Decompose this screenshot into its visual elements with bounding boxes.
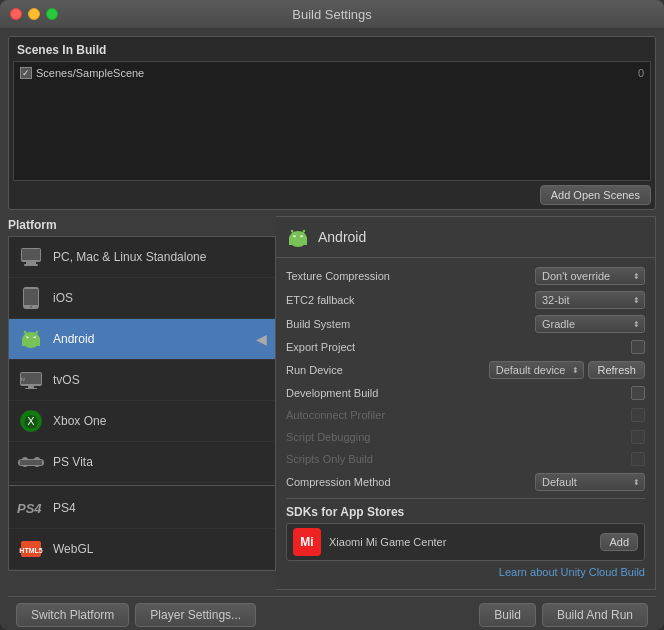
maximize-button[interactable]: [46, 8, 58, 20]
bottom-section: Platform PC, Mac & Linux Standalone: [8, 216, 656, 590]
platform-item-ps4[interactable]: PS4 PS4: [9, 488, 275, 529]
scripts-only-build-label: Scripts Only Build: [286, 453, 631, 465]
platform-item-psvita[interactable]: PS Vita: [9, 442, 275, 483]
ios-icon: [17, 284, 45, 312]
platform-item-android[interactable]: Android ◀: [9, 319, 275, 360]
switch-platform-button[interactable]: Switch Platform: [16, 603, 129, 627]
run-device-dropdown[interactable]: Default device ⬍: [489, 361, 585, 379]
psvita-icon: [17, 448, 45, 476]
svg-text:HTML5: HTML5: [19, 547, 42, 554]
platform-list-wrapper: PC, Mac & Linux Standalone iOS: [8, 236, 276, 590]
autoconnect-profiler-checkbox: [631, 408, 645, 422]
platform-divider: [9, 485, 275, 486]
svg-text:X: X: [27, 415, 35, 427]
compression-method-label: Compression Method: [286, 476, 535, 488]
svg-point-6: [30, 306, 32, 308]
export-project-label: Export Project: [286, 341, 631, 353]
platform-item-xbox-label: Xbox One: [53, 414, 267, 428]
development-build-label: Development Build: [286, 387, 631, 399]
add-open-scenes-button[interactable]: Add Open Scenes: [540, 185, 651, 205]
run-device-label: Run Device: [286, 364, 489, 376]
etc2-fallback-row: ETC2 fallback 32-bit ⬍: [286, 288, 645, 312]
platform-item-ios[interactable]: iOS: [9, 278, 275, 319]
texture-compression-dropdown-wrapper: Don't override ⬍: [535, 267, 645, 285]
build-system-dropdown[interactable]: Gradle ⬍: [535, 315, 645, 333]
close-button[interactable]: [10, 8, 22, 20]
cloud-build-link[interactable]: Learn about Unity Cloud Build: [499, 562, 645, 582]
platform-label: Platform: [8, 216, 276, 236]
platform-item-tvos[interactable]: tv tvOS: [9, 360, 275, 401]
etc2-fallback-dropdown[interactable]: 32-bit ⬍: [535, 291, 645, 309]
build-settings-window: Build Settings Scenes In Build ✓ Scenes/…: [0, 0, 664, 630]
android-platform-icon: [286, 225, 310, 249]
platform-list: PC, Mac & Linux Standalone iOS: [8, 236, 276, 571]
svg-point-32: [291, 230, 293, 232]
etc2-fallback-label: ETC2 fallback: [286, 294, 535, 306]
export-project-checkbox[interactable]: [631, 340, 645, 354]
scene-number: 0: [638, 67, 644, 79]
svg-rect-29: [289, 237, 307, 245]
dropdown-arrow-5: ⬍: [633, 478, 640, 487]
build-system-label: Build System: [286, 318, 535, 330]
build-system-row: Build System Gradle ⬍: [286, 312, 645, 336]
sdk-add-button[interactable]: Add: [600, 533, 638, 551]
autoconnect-profiler-control: [631, 408, 645, 422]
scripts-only-build-row: Scripts Only Build: [286, 448, 645, 470]
export-project-row: Export Project: [286, 336, 645, 358]
minimize-button[interactable]: [28, 8, 40, 20]
compression-method-control: Default ⬍: [535, 473, 645, 491]
refresh-button[interactable]: Refresh: [588, 361, 645, 379]
svg-text:tv: tv: [21, 376, 25, 382]
platform-item-webgl-label: WebGL: [53, 542, 267, 556]
development-build-checkbox[interactable]: [631, 386, 645, 400]
etc2-fallback-control: 32-bit ⬍: [535, 291, 645, 309]
ps4-icon: PS4: [17, 494, 45, 522]
dropdown-arrow: ⬍: [633, 272, 640, 281]
traffic-lights: [10, 8, 58, 20]
player-settings-button[interactable]: Player Settings...: [135, 603, 256, 627]
etc2-fallback-dropdown-wrapper: 32-bit ⬍: [535, 291, 645, 309]
svg-point-12: [36, 331, 38, 333]
build-and-run-button[interactable]: Build And Run: [542, 603, 648, 627]
scene-checkbox[interactable]: ✓: [20, 67, 32, 79]
svg-rect-16: [25, 388, 37, 389]
svg-rect-5: [24, 289, 38, 305]
export-project-control: [631, 340, 645, 354]
compression-method-dropdown[interactable]: Default ⬍: [535, 473, 645, 491]
scenes-header: Scenes In Build: [13, 41, 651, 61]
platform-item-webgl[interactable]: HTML5 WebGL: [9, 529, 275, 570]
footer: Switch Platform Player Settings... Build…: [8, 596, 656, 630]
pc-icon: [17, 243, 45, 271]
run-device-dropdown-wrapper: Default device ⬍: [489, 361, 585, 379]
build-system-control: Gradle ⬍: [535, 315, 645, 333]
scene-name: Scenes/SampleScene: [36, 67, 144, 79]
android-selected-arrow: ◀: [256, 331, 267, 347]
texture-compression-dropdown[interactable]: Don't override ⬍: [535, 267, 645, 285]
dropdown-arrow-2: ⬍: [633, 296, 640, 305]
platform-item-xbox[interactable]: X Xbox One: [9, 401, 275, 442]
settings-title: Android: [318, 229, 366, 245]
platform-panel: Platform PC, Mac & Linux Standalone: [8, 216, 276, 590]
run-device-row: Run Device Default device ⬍ Refresh: [286, 358, 645, 382]
texture-compression-row: Texture Compression Don't override ⬍: [286, 264, 645, 288]
script-debugging-row: Script Debugging: [286, 426, 645, 448]
scene-item: ✓ Scenes/SampleScene 0: [18, 66, 646, 80]
svg-rect-1: [26, 262, 36, 264]
build-button[interactable]: Build: [479, 603, 536, 627]
android-icon-list: [17, 325, 45, 353]
script-debugging-checkbox: [631, 430, 645, 444]
sdk-item-xiaomi: Mi Xiaomi Mi Game Center Add: [286, 523, 645, 561]
platform-item-ps4-label: PS4: [53, 501, 267, 515]
build-system-dropdown-wrapper: Gradle ⬍: [535, 315, 645, 333]
script-debugging-label: Script Debugging: [286, 431, 631, 443]
scenes-section: Scenes In Build ✓ Scenes/SampleScene 0 A…: [8, 36, 656, 210]
main-content: Scenes In Build ✓ Scenes/SampleScene 0 A…: [0, 28, 664, 630]
svg-point-11: [24, 331, 26, 333]
footer-left: Switch Platform Player Settings...: [16, 603, 256, 627]
platform-item-pc-label: PC, Mac & Linux Standalone: [53, 250, 267, 264]
add-open-scenes-row: Add Open Scenes: [13, 185, 651, 205]
compression-method-row: Compression Method Default ⬍: [286, 470, 645, 494]
svg-rect-15: [28, 386, 34, 388]
platform-item-pc[interactable]: PC, Mac & Linux Standalone: [9, 237, 275, 278]
svg-point-33: [303, 230, 305, 232]
